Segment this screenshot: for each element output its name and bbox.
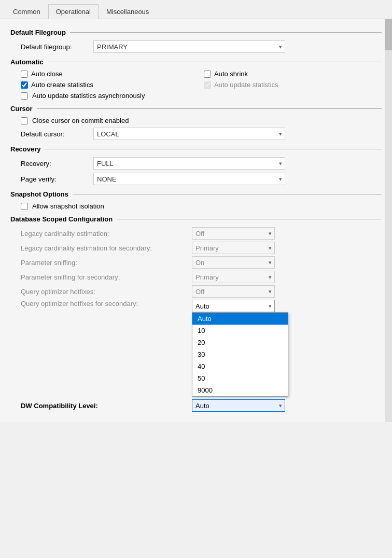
dropdown-item-9000[interactable]: 9000 [192, 384, 288, 396]
default-filegroup-label: Default filegroup: [21, 43, 93, 51]
query-optimizer-secondary-row: Query optimizer hotfixes for secondary: … [10, 300, 382, 312]
automatic-checkboxes: Auto close Auto shrink Auto create stati… [10, 70, 382, 89]
dw-compatibility-select[interactable]: Auto 10 20 30 [192, 399, 285, 412]
parameter-sniffing-secondary-select-wrapper: Primary On Off [192, 271, 275, 283]
section-header-automatic: Automatic [10, 58, 382, 66]
content-area: Default Filegroup Default filegroup: PRI… [0, 19, 392, 422]
tab-common[interactable]: Common [5, 4, 48, 19]
dw-compatibility-row: DW Compatibility Level: Auto 10 20 30 [10, 399, 382, 412]
section-header-cursor: Cursor [10, 105, 382, 113]
page-verify-label: Page verify: [21, 175, 93, 183]
page-verify-select[interactable]: NONE TORN_PAGE_DETECTION CHECKSUM [93, 173, 285, 185]
allow-snapshot-row: Allow snapshot isolation [10, 202, 382, 210]
dropdown-item-auto[interactable]: Auto [192, 313, 288, 325]
default-cursor-select-wrapper: LOCAL GLOBAL [93, 128, 285, 140]
legacy-cardinality-select[interactable]: Off On [192, 227, 275, 240]
legacy-cardinality-label: Legacy cardinality estimation: [21, 230, 192, 238]
close-cursor-checkbox[interactable] [21, 117, 28, 124]
auto-create-stats-checkbox[interactable] [21, 81, 28, 89]
query-optimizer-row: Query optimizer hotfixes: Off On [10, 285, 382, 298]
auto-shrink-item: Auto shrink [204, 70, 382, 78]
auto-shrink-checkbox[interactable] [204, 71, 211, 78]
recovery-row: Recovery: FULL SIMPLE BULK_LOGGED [10, 157, 382, 170]
query-optimizer-secondary-select-wrapper: Auto 10 20 30 40 50 9000 [192, 300, 275, 312]
parameter-sniffing-label: Parameter sniffing: [21, 259, 192, 267]
recovery-select[interactable]: FULL SIMPLE BULK_LOGGED [93, 157, 285, 170]
query-optimizer-label: Query optimizer hotfixes: [21, 288, 192, 296]
parameter-sniffing-select[interactable]: On Off [192, 256, 275, 269]
query-optimizer-secondary-select[interactable]: Auto 10 20 30 40 50 9000 [192, 300, 275, 312]
section-recovery: Recovery Recovery: FULL SIMPLE BULK_LOGG… [10, 145, 382, 185]
auto-update-stats-label: Auto update statistics [214, 81, 278, 89]
dropdown-item-10[interactable]: 10 [192, 325, 288, 337]
parameter-sniffing-secondary-row: Parameter sniffing for secondary: Primar… [10, 271, 382, 283]
dropdown-item-30[interactable]: 30 [192, 348, 288, 360]
close-cursor-label: Close cursor on commit enabled [32, 117, 129, 124]
auto-close-label: Auto close [31, 70, 63, 78]
legacy-cardinality-secondary-label: Legacy cardinality estimation for second… [21, 244, 192, 252]
scrollbar-track [385, 19, 392, 422]
dw-compatibility-select-wrapper: Auto 10 20 30 [192, 399, 285, 412]
default-filegroup-select-wrapper: PRIMARY [93, 40, 285, 53]
legacy-cardinality-secondary-row: Legacy cardinality estimation for second… [10, 242, 382, 254]
dw-compatibility-label: DW Compatibility Level: [21, 402, 192, 410]
page-verify-row: Page verify: NONE TORN_PAGE_DETECTION CH… [10, 173, 382, 185]
parameter-sniffing-secondary-select[interactable]: Primary On Off [192, 271, 275, 283]
allow-snapshot-checkbox[interactable] [21, 203, 28, 210]
default-cursor-select[interactable]: LOCAL GLOBAL [93, 128, 285, 140]
query-optimizer-select-wrapper: Off On [192, 285, 275, 298]
section-automatic: Automatic Auto close Auto shrink Auto cr… [10, 58, 382, 100]
tabs-bar: Common Operational Miscellaneous [0, 0, 392, 19]
auto-update-stats-async-label: Auto update statistics asynchronously [32, 92, 145, 100]
auto-create-stats-label: Auto create statistics [31, 81, 93, 89]
parameter-sniffing-row: Parameter sniffing: On Off [10, 256, 382, 269]
default-filegroup-row: Default filegroup: PRIMARY [10, 40, 382, 53]
query-optimizer-secondary-dropdown-container: Auto 10 20 30 40 50 9000 Auto 10 20 30 4 [192, 300, 275, 312]
legacy-cardinality-select-wrapper: Off On [192, 227, 275, 240]
page-verify-select-wrapper: NONE TORN_PAGE_DETECTION CHECKSUM [93, 173, 285, 185]
section-cursor: Cursor Close cursor on commit enabled De… [10, 105, 382, 140]
dropdown-item-20[interactable]: 20 [192, 337, 288, 348]
default-cursor-label: Default cursor: [21, 130, 93, 138]
legacy-cardinality-secondary-select-wrapper: Primary Off On [192, 242, 275, 254]
default-cursor-row: Default cursor: LOCAL GLOBAL [10, 128, 382, 140]
allow-snapshot-label: Allow snapshot isolation [32, 202, 104, 210]
auto-close-checkbox[interactable] [21, 71, 28, 78]
auto-update-stats-async-row: Auto update statistics asynchronously [10, 92, 382, 100]
section-header-default-filegroup: Default Filegroup [10, 29, 382, 36]
tab-miscellaneous[interactable]: Miscellaneous [99, 4, 157, 19]
recovery-select-wrapper: FULL SIMPLE BULK_LOGGED [93, 157, 285, 170]
scrollbar-thumb[interactable] [385, 19, 392, 50]
section-header-db-scoped: Database Scoped Configuration [10, 215, 382, 223]
query-optimizer-secondary-dropdown-list: Auto 10 20 30 40 50 9000 [192, 312, 288, 397]
parameter-sniffing-select-wrapper: On Off [192, 256, 275, 269]
auto-update-stats-async-checkbox[interactable] [21, 92, 28, 100]
dropdown-item-50[interactable]: 50 [192, 372, 288, 384]
parameter-sniffing-secondary-label: Parameter sniffing for secondary: [21, 273, 192, 281]
section-db-scoped: Database Scoped Configuration Legacy car… [10, 215, 382, 412]
auto-shrink-label: Auto shrink [214, 70, 248, 78]
legacy-cardinality-secondary-select[interactable]: Primary Off On [192, 242, 275, 254]
dropdown-item-40[interactable]: 40 [192, 360, 288, 372]
auto-update-stats-item: Auto update statistics [204, 81, 382, 89]
auto-close-item: Auto close [21, 70, 199, 78]
section-snapshot: Snapshot Options Allow snapshot isolatio… [10, 190, 382, 210]
legacy-cardinality-row: Legacy cardinality estimation: Off On [10, 227, 382, 240]
section-header-snapshot: Snapshot Options [10, 190, 382, 198]
auto-create-stats-item: Auto create statistics [21, 81, 199, 89]
auto-update-stats-checkbox[interactable] [204, 81, 211, 89]
default-filegroup-select[interactable]: PRIMARY [93, 40, 285, 53]
tab-operational[interactable]: Operational [48, 4, 99, 19]
close-cursor-row: Close cursor on commit enabled [10, 117, 382, 124]
recovery-label: Recovery: [21, 160, 93, 168]
query-optimizer-secondary-label: Query optimizer hotfixes for secondary: [21, 300, 192, 308]
query-optimizer-select[interactable]: Off On [192, 285, 275, 298]
section-default-filegroup: Default Filegroup Default filegroup: PRI… [10, 29, 382, 53]
section-header-recovery: Recovery [10, 145, 382, 153]
